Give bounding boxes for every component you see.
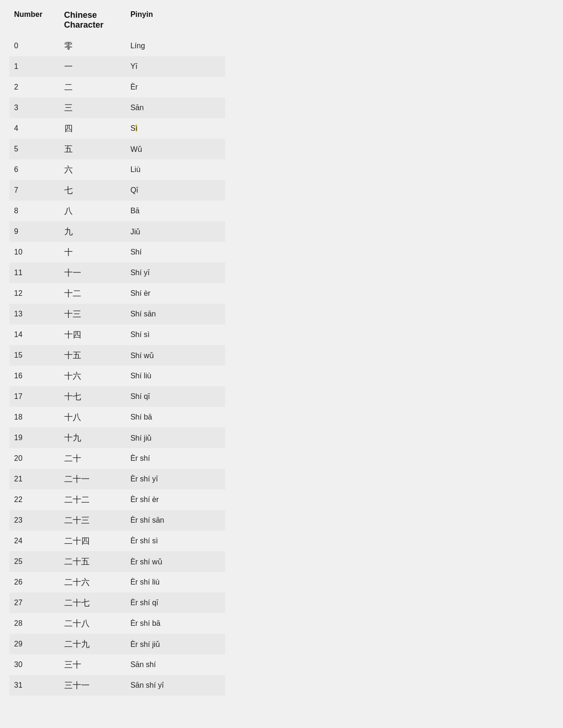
table-row: 28二十八Èr shí bā <box>9 613 225 634</box>
cell-number: 29 <box>9 634 60 654</box>
cell-pinyin: Jiǔ <box>126 221 225 242</box>
table-row: 21二十一Èr shí yī <box>9 469 225 489</box>
cell-chinese: 三十 <box>60 654 126 675</box>
cell-number: 9 <box>9 221 60 242</box>
cell-chinese: 二十二 <box>60 489 126 510</box>
table-row: 24二十四Èr shí sì <box>9 531 225 551</box>
cell-chinese: 十四 <box>60 324 126 345</box>
cell-chinese: 十五 <box>60 345 126 366</box>
cell-pinyin: Shí bā <box>126 407 225 428</box>
cell-number: 28 <box>9 613 60 634</box>
cell-pinyin: Èr shí sān <box>126 510 225 531</box>
cell-pinyin: Sān shí yī <box>126 675 225 696</box>
table-row: 31三十一Sān shí yī <box>9 675 225 696</box>
cell-number: 5 <box>9 139 60 159</box>
cell-number: 26 <box>9 572 60 593</box>
table-row: 20二十Èr shí <box>9 448 225 469</box>
cell-chinese: 三十一 <box>60 675 126 696</box>
cell-pinyin: Sān <box>126 98 225 118</box>
cell-number: 6 <box>9 159 60 180</box>
table-row: 27二十七Èr shí qī <box>9 593 225 613</box>
cell-number: 25 <box>9 551 60 572</box>
cell-pinyin: Líng <box>126 36 225 56</box>
cell-number: 0 <box>9 36 60 56</box>
cell-pinyin: Èr shí jiǔ <box>126 634 225 654</box>
table-row: 9九Jiǔ <box>9 221 225 242</box>
table-row: 26二十六Èr shí liù <box>9 572 225 593</box>
cell-chinese: 二十六 <box>60 572 126 593</box>
table-row: 13十三Shí sān <box>9 304 225 324</box>
cell-chinese: 二十三 <box>60 510 126 531</box>
cell-number: 13 <box>9 304 60 324</box>
cell-number: 20 <box>9 448 60 469</box>
cell-pinyin: Yī <box>126 56 225 77</box>
table-row: 17十七Shí qī <box>9 386 225 407</box>
header-number: Number <box>9 5 60 36</box>
cell-chinese: 十七 <box>60 386 126 407</box>
cell-chinese: 二十五 <box>60 551 126 572</box>
cell-chinese: 二十四 <box>60 531 126 551</box>
cell-number: 7 <box>9 180 60 201</box>
cell-number: 12 <box>9 283 60 304</box>
table-row: 1一Yī <box>9 56 225 77</box>
cell-number: 16 <box>9 366 60 386</box>
table-row: 15十五Shí wǔ <box>9 345 225 366</box>
cell-pinyin: Shí wǔ <box>126 345 225 366</box>
cell-chinese: 十三 <box>60 304 126 324</box>
table-row: 10十Shí <box>9 242 225 263</box>
cell-chinese: 二十九 <box>60 634 126 654</box>
cell-pinyin: Shí sì <box>126 324 225 345</box>
cell-chinese: 二十八 <box>60 613 126 634</box>
table-header-row: Number ChineseCharacter Pinyin <box>9 5 225 36</box>
cell-chinese: 二十七 <box>60 593 126 613</box>
cell-pinyin: Èr shí èr <box>126 489 225 510</box>
cell-chinese: 十 <box>60 242 126 263</box>
cell-pinyin: Èr shí yī <box>126 469 225 489</box>
cell-chinese: 零 <box>60 36 126 56</box>
cell-number: 15 <box>9 345 60 366</box>
cell-pinyin: Èr shí <box>126 448 225 469</box>
table-row: 19十九Shí jiǔ <box>9 428 225 448</box>
table-row: 23二十三Èr shí sān <box>9 510 225 531</box>
table-row: 30三十Sān shí <box>9 654 225 675</box>
cell-pinyin: Qī <box>126 180 225 201</box>
cell-chinese: 二 <box>60 77 126 98</box>
cell-number: 27 <box>9 593 60 613</box>
cell-pinyin: Sān shí <box>126 654 225 675</box>
cell-pinyin: Èr shí qī <box>126 593 225 613</box>
table-row: 25二十五Èr shí wǔ <box>9 551 225 572</box>
cell-chinese: 二十一 <box>60 469 126 489</box>
cell-chinese: 六 <box>60 159 126 180</box>
table-row: 3三Sān <box>9 98 225 118</box>
cell-chinese: 一 <box>60 56 126 77</box>
cell-chinese: 三 <box>60 98 126 118</box>
cell-number: 18 <box>9 407 60 428</box>
cell-pinyin: Èr shí wǔ <box>126 551 225 572</box>
table-row: 14十四Shí sì <box>9 324 225 345</box>
cell-pinyin: Liù <box>126 159 225 180</box>
cell-chinese: 五 <box>60 139 126 159</box>
table-row: 8八Bā <box>9 201 225 221</box>
cell-number: 22 <box>9 489 60 510</box>
cell-pinyin: Èr shí sì <box>126 531 225 551</box>
table-row: 22二十二Èr shí èr <box>9 489 225 510</box>
cell-chinese: 十一 <box>60 263 126 283</box>
cell-number: 10 <box>9 242 60 263</box>
table-row: 2二Èr <box>9 77 225 98</box>
cell-pinyin: Èr shí liù <box>126 572 225 593</box>
cell-number: 11 <box>9 263 60 283</box>
cell-pinyin: Bā <box>126 201 225 221</box>
cell-pinyin: Shí sān <box>126 304 225 324</box>
cell-number: 17 <box>9 386 60 407</box>
cell-chinese: 四 <box>60 118 126 139</box>
cell-pinyin: Èr shí bā <box>126 613 225 634</box>
cell-chinese: 十九 <box>60 428 126 448</box>
cell-chinese: 八 <box>60 201 126 221</box>
table-row: 0零Líng <box>9 36 225 56</box>
cell-pinyin: Shí qī <box>126 386 225 407</box>
cell-pinyin: Èr <box>126 77 225 98</box>
table-row: 5五Wǔ <box>9 139 225 159</box>
cell-pinyin: Wǔ <box>126 139 225 159</box>
cell-pinyin: Shí liù <box>126 366 225 386</box>
table-row: 7七Qī <box>9 180 225 201</box>
